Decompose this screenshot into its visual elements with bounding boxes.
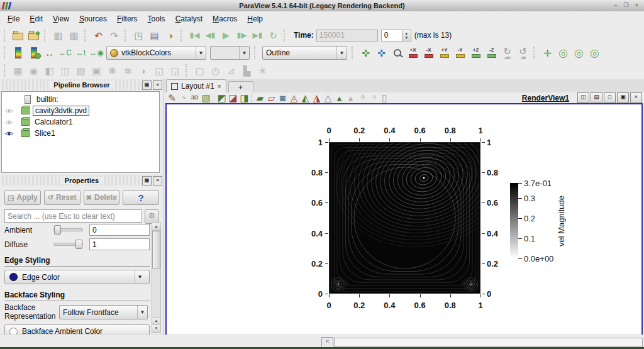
play-button[interactable]: ▶ — [218, 28, 234, 43]
toolbar-handle[interactable] — [4, 47, 8, 59]
undock-panel-button[interactable]: ▣ — [142, 176, 152, 186]
menu-edit[interactable]: Edit — [25, 13, 48, 25]
restore-button[interactable]: ❐ — [622, 2, 630, 9]
menu-catalyst[interactable]: Catalyst — [170, 13, 208, 25]
connect-server-button[interactable]: ▥ — [50, 28, 66, 43]
close-view-button[interactable]: × — [630, 92, 642, 103]
pipeline-item-calculator1[interactable]: Calculator1 — [2, 116, 159, 128]
add-layout-tab[interactable]: + — [228, 81, 253, 92]
pipeline-item-builtin[interactable]: builtin: — [2, 94, 159, 105]
clear-selection-button[interactable]: ▯ — [380, 94, 389, 102]
scroll-down-icon[interactable]: ▼ — [152, 324, 160, 332]
reset-camera-button[interactable]: ✜ — [358, 45, 374, 60]
undock-panel-button[interactable]: ▣ — [142, 80, 152, 90]
select-points-polygon-button[interactable]: ▱ — [267, 94, 276, 102]
spinbox-arrows-icon[interactable]: ▲▼ — [402, 30, 411, 41]
extract-selection-button[interactable]: ▢ — [192, 63, 208, 78]
toolbar-handle[interactable] — [4, 64, 8, 77]
slider-handle[interactable] — [54, 225, 61, 235]
backface-ambient-color-button[interactable]: Backface Ambient Color — [4, 324, 150, 335]
diffuse-value-field[interactable]: 1 — [89, 238, 150, 250]
histogram-button[interactable]: ▙ — [239, 63, 255, 78]
render-view-title[interactable]: RenderView1 — [522, 94, 569, 102]
hover-cells-query-button[interactable]: ·? — [357, 94, 367, 102]
view-plus-y-button[interactable]: +Y — [436, 45, 452, 60]
rotate-90-cw-button[interactable]: ↻+90 — [499, 45, 515, 60]
toggle-2d3d-button[interactable]: 3D — [190, 94, 199, 102]
rescale-to-visible-range-button[interactable]: ↔◉ — [89, 45, 104, 60]
visibility-eye-icon[interactable] — [5, 119, 14, 125]
group-datasets-button[interactable]: ◱ — [152, 63, 167, 78]
threshold-button[interactable]: ▨ — [73, 63, 89, 78]
properties-search-input[interactable]: Search ... (use Esc to clear text) — [4, 209, 142, 223]
diffuse-slider[interactable] — [53, 243, 83, 246]
view-minus-y-button[interactable]: -Y — [452, 45, 468, 60]
layout-tab[interactable]: Layout #1 × — [166, 79, 226, 92]
extract-subset-button[interactable]: ▣ — [89, 63, 104, 78]
split-vertical-button[interactable]: ▤ — [591, 92, 602, 103]
menu-tools[interactable]: Tools — [143, 13, 170, 25]
open-file-button[interactable] — [10, 28, 26, 43]
calculator-button[interactable]: ▦ — [10, 63, 26, 78]
ambient-slider[interactable] — [53, 228, 83, 231]
toolbar-handle[interactable] — [352, 47, 355, 59]
frame-spinbox[interactable]: 0 ▲▼ — [381, 30, 411, 42]
edge-color-button[interactable]: Edge Color ▼ — [4, 270, 150, 284]
rescale-to-data-range-button[interactable]: ↔ — [42, 45, 57, 60]
menu-macros[interactable]: Macros — [208, 13, 242, 25]
capture-view-button[interactable]: ◔ — [179, 94, 188, 102]
menu-filters[interactable]: Filters — [112, 13, 143, 25]
menu-help[interactable]: Help — [242, 13, 268, 25]
rescale-to-temporal-range-button[interactable]: ↔t — [73, 45, 89, 60]
clip-button[interactable]: ◧ — [42, 63, 57, 78]
toolbar-handle[interactable] — [4, 29, 8, 42]
close-panel-button[interactable]: × — [153, 176, 162, 186]
menu-view[interactable]: View — [48, 13, 74, 25]
pick-center-button[interactable]: ◎ — [571, 45, 587, 60]
hover-cells-button[interactable]: ◮ — [312, 94, 321, 102]
delete-button[interactable]: ✖Delete — [84, 190, 120, 205]
properties-scrollbar[interactable]: ▲ ▲ ▼ — [152, 223, 161, 333]
representation-combo[interactable]: Outline ▼ — [262, 46, 347, 60]
shrink-selection-button[interactable]: ▴ — [346, 94, 355, 102]
plot-selection-over-time-button[interactable]: ◷ — [208, 63, 223, 78]
extract-group-button[interactable]: ◲ — [167, 63, 183, 78]
select-cells-polygon-button[interactable]: ▰ — [255, 94, 265, 102]
zoom-to-box-button[interactable] — [389, 45, 405, 60]
contour-button[interactable]: ◉ — [26, 63, 42, 78]
toolbar-handle[interactable] — [284, 29, 287, 42]
ambient-value-field[interactable]: 0 — [89, 224, 150, 236]
component-combo[interactable]: ▼ — [210, 46, 250, 60]
colorbar[interactable] — [510, 183, 518, 258]
hover-points-button[interactable]: △ — [323, 94, 333, 102]
hover-points-query-button[interactable]: ·? — [369, 94, 378, 102]
toolbar-handle[interactable] — [254, 47, 258, 59]
undo-button[interactable]: ↶ — [91, 28, 106, 43]
backface-representation-combo[interactable]: Follow Frontface ▼ — [59, 305, 148, 319]
stream-tracer-button[interactable]: ≋ — [120, 63, 136, 78]
glyph-button[interactable]: ❋ — [104, 63, 120, 78]
lic-flow-visualization[interactable] — [329, 142, 480, 294]
pipeline-item-slice1[interactable]: Slice1 — [2, 128, 159, 139]
select-cells-rect-button[interactable]: ◩ — [217, 94, 226, 102]
edit-color-map-button[interactable] — [26, 45, 42, 60]
loop-button[interactable]: ↻ — [265, 28, 281, 43]
help-button[interactable]: ? — [123, 190, 159, 205]
export-scene-button[interactable]: ✎ — [167, 94, 177, 102]
scrollbar-thumb[interactable] — [152, 231, 160, 269]
view-minus-z-button[interactable]: -Z — [484, 45, 499, 60]
redo-button[interactable]: ↷ — [106, 28, 122, 43]
previous-frame-button[interactable]: ◀▮ — [203, 28, 218, 43]
center-axes-visibility-button[interactable]: ✛ — [540, 45, 555, 60]
select-cells-frustum-button[interactable]: ◨ — [240, 94, 249, 102]
apply-button[interactable]: ◳Apply — [4, 190, 41, 205]
disconnect-server-button[interactable]: ▥ — [66, 28, 82, 43]
save-data-button[interactable] — [26, 28, 42, 43]
menu-sources[interactable]: Sources — [74, 13, 112, 25]
auto-apply-button[interactable]: ◳ — [131, 28, 147, 43]
slice-button[interactable]: ◫ — [57, 63, 73, 78]
visibility-eye-icon[interactable] — [5, 131, 14, 136]
select-points-rect-button[interactable]: ◪ — [228, 94, 238, 102]
view-plus-x-button[interactable]: +X — [405, 45, 421, 60]
menu-file[interactable]: File — [3, 13, 25, 25]
